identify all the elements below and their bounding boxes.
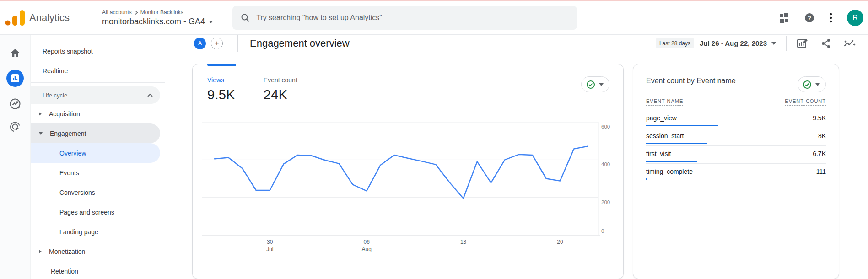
sidebar-item-pages-and-screens[interactable]: Pages and screens: [31, 202, 160, 222]
pill-caret-icon: [815, 83, 820, 86]
event-count: 6.7K: [813, 150, 826, 157]
sidebar-item-label: Retention: [51, 268, 78, 275]
event-count: 9.5K: [813, 114, 826, 122]
title-dimension[interactable]: Event name: [696, 77, 735, 86]
metric-tab-event-count[interactable]: Event count 24K: [264, 76, 297, 102]
event-name[interactable]: session_start: [646, 132, 684, 140]
date-caret-icon: [771, 42, 776, 45]
customize-report-icon[interactable]: [797, 38, 809, 49]
date-preset-chip: Last 28 days: [656, 38, 694, 48]
event-bar: [646, 125, 718, 126]
sidebar-item-conversions[interactable]: Conversions: [31, 182, 160, 202]
pill-caret-icon: [599, 83, 604, 86]
date-range-label: Jul 26 - Aug 22, 2023: [700, 39, 767, 47]
help-icon[interactable]: ?: [804, 12, 815, 23]
sidebar-item-label: Events: [59, 169, 79, 177]
table-row[interactable]: session_start 8K: [646, 128, 826, 146]
data-quality-dropdown[interactable]: [581, 76, 609, 92]
report-content: A + Engagement overview Last 28 days Jul…: [165, 35, 868, 279]
sidebar-item-landing-page[interactable]: Landing page: [31, 222, 160, 241]
event-bar: [646, 178, 647, 180]
metric-value: 24K: [264, 87, 297, 102]
app-bar: Analytics All accounts Monitor Backlinks…: [0, 1, 868, 35]
metric-label: Event count: [264, 76, 297, 84]
search-icon: [241, 13, 250, 22]
property-selector[interactable]: monitorbacklinks.com - GA4: [102, 17, 213, 27]
sidebar-item-realtime[interactable]: Realtime: [31, 61, 160, 80]
comparison-letter: A: [198, 40, 202, 47]
svg-text:30: 30: [267, 239, 273, 245]
search-input[interactable]: [256, 14, 549, 22]
table-row[interactable]: timing_complete 111: [646, 164, 826, 180]
sidebar-item-retention[interactable]: Retention: [31, 261, 160, 279]
data-quality-dropdown[interactable]: [798, 76, 826, 92]
event-name[interactable]: timing_complete: [646, 168, 693, 175]
advertising-nav-icon[interactable]: [9, 121, 21, 133]
more-vert-icon[interactable]: [830, 13, 832, 23]
table-row[interactable]: first_visit 6.7K: [646, 146, 826, 164]
collapse-icon: [39, 132, 43, 135]
sidebar-item-label: Pages and screens: [59, 209, 114, 216]
avatar[interactable]: R: [847, 10, 863, 26]
overview-cards: Views 9.5K Event count 24K: [192, 64, 868, 279]
sidebar-item-label: Acquisition: [49, 110, 80, 118]
svg-text:200: 200: [601, 199, 610, 205]
views-line-chart[interactable]: 600400200030Jul06Aug1320: [193, 110, 624, 275]
data-quality-check-icon: [586, 80, 595, 89]
column-header-event-name[interactable]: EVENT NAME: [646, 98, 683, 106]
sidebar-item-label: Engagement: [50, 130, 86, 137]
add-comparison-button[interactable]: +: [211, 38, 223, 49]
event-bar: [646, 161, 697, 162]
search-bar[interactable]: [232, 6, 577, 30]
comparison-a-chip[interactable]: A: [194, 38, 206, 49]
ga4-app: Analytics All accounts Monitor Backlinks…: [0, 0, 868, 279]
svg-text:20: 20: [557, 239, 563, 245]
sidebar-item-reports-snapshot[interactable]: Reports snapshot: [31, 41, 160, 61]
reports-nav-icon[interactable]: [6, 70, 24, 87]
data-quality-check-icon: [803, 80, 812, 89]
share-icon[interactable]: [820, 38, 831, 49]
date-range-picker[interactable]: Jul 26 - Aug 22, 2023: [700, 39, 776, 47]
svg-text:600: 600: [601, 124, 610, 129]
title-metric[interactable]: Event count: [646, 77, 685, 86]
metric-tab-views[interactable]: Views 9.5K: [207, 76, 235, 102]
sidebar-item-label: Conversions: [59, 189, 95, 196]
breadcrumb: All accounts Monitor Backlinks: [102, 9, 213, 16]
report-header: A + Engagement overview Last 28 days Jul…: [165, 35, 868, 52]
event-card-title: Event count by Event name: [646, 75, 736, 86]
page-title: Engagement overview: [250, 38, 350, 49]
reports-sidenav: Reports snapshot Realtime Life cycle Acq…: [31, 35, 165, 279]
sidebar-item-monetization[interactable]: Monetization: [31, 241, 160, 261]
sidebar-section-life-cycle[interactable]: Life cycle: [31, 86, 160, 104]
sidebar-item-events[interactable]: Events: [31, 163, 160, 182]
sidebar-item-acquisition[interactable]: Acquisition: [31, 104, 160, 123]
event-name[interactable]: page_view: [646, 114, 677, 122]
appbar-divider: [88, 9, 88, 27]
account-property-switcher[interactable]: All accounts Monitor Backlinks monitorba…: [102, 9, 213, 27]
apps-grid-icon[interactable]: [779, 13, 789, 23]
breadcrumb-all-accounts[interactable]: All accounts: [102, 9, 132, 16]
svg-text:400: 400: [601, 161, 610, 167]
table-row[interactable]: page_view 9.5K: [646, 110, 826, 128]
avatar-letter: R: [852, 14, 858, 22]
sidebar-item-engagement[interactable]: Engagement: [31, 123, 160, 143]
event-name[interactable]: first_visit: [646, 150, 671, 157]
sidebar-item-label: Landing page: [59, 228, 98, 236]
sidebar-item-overview[interactable]: Overview: [31, 143, 160, 163]
event-bar: [646, 143, 707, 144]
svg-text:Jul: Jul: [266, 246, 273, 252]
sidebar-item-label: Realtime: [43, 67, 68, 75]
breadcrumb-account[interactable]: Monitor Backlinks: [140, 9, 183, 16]
sidebar-item-label: Overview: [59, 150, 86, 157]
svg-text:?: ?: [808, 15, 811, 21]
insights-icon[interactable]: [843, 38, 856, 49]
section-label: Life cycle: [43, 92, 67, 99]
metric-value: 9.5K: [207, 87, 235, 102]
column-header-event-count[interactable]: EVENT COUNT: [785, 98, 826, 106]
explore-nav-icon[interactable]: [9, 98, 21, 110]
views-trend-card: Views 9.5K Event count 24K: [192, 64, 624, 279]
property-caret-icon: [209, 21, 213, 23]
event-count-card: Event count by Event name: [633, 64, 839, 279]
home-icon[interactable]: [10, 48, 21, 59]
collapse-section-icon[interactable]: [147, 93, 153, 97]
